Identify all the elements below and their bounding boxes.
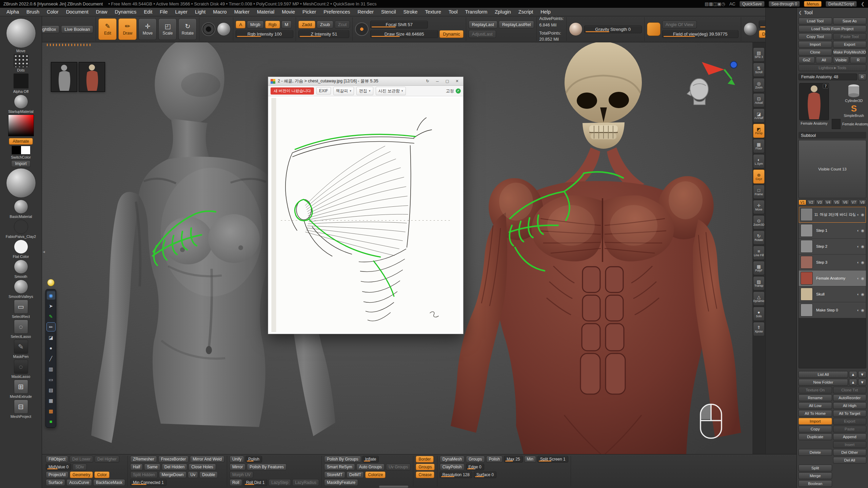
shelf-button[interactable]: StoreMT <box>324 471 345 478</box>
annotator-tool-button[interactable]: ✎ <box>47 312 55 321</box>
quicksave-button[interactable]: QuickSave <box>739 1 765 7</box>
tray-item[interactable]: ✎ MaskPen <box>0 340 42 359</box>
shelf-button[interactable]: Half <box>130 464 143 470</box>
subtool-item[interactable]: Female Anatomy ◐ ◉ <box>799 270 866 286</box>
shelf-button[interactable]: Polish <box>245 456 262 463</box>
menu-item[interactable]: Color <box>43 8 62 16</box>
menu-item[interactable]: Stroke <box>400 8 421 16</box>
menu-item[interactable]: File <box>156 8 171 16</box>
tool-r-button[interactable]: R <box>858 74 866 80</box>
menu-item[interactable]: Dynamics <box>111 8 140 16</box>
subtool-action-button[interactable]: Boolean <box>798 480 832 487</box>
shelf-button[interactable]: Roll Dist 1 <box>243 479 268 486</box>
reference-thumbnail-anatomy[interactable] <box>79 62 105 92</box>
subtool-action-button[interactable]: Split <box>798 465 832 471</box>
tray-item[interactable]: ◌ SelectLasso <box>0 320 42 339</box>
menu-item[interactable]: Brush <box>23 8 43 16</box>
columns-icon[interactable]: ◫ <box>713 1 717 6</box>
current-tool-thumbnail[interactable]: 7 Female Anatomy <box>799 83 829 129</box>
subtool-action-button[interactable]: All To Home <box>798 410 832 417</box>
shelf-button[interactable]: Color <box>94 471 110 478</box>
tray-item[interactable]: BasicMaterial <box>0 200 42 219</box>
z-intensity-slider[interactable]: Z Intensity 51 <box>298 30 349 38</box>
shelf-button[interactable]: Mirror And Weld <box>190 456 224 463</box>
view-toggle-button[interactable]: ⊙ Zoom3D <box>753 215 765 229</box>
shelf-button[interactable]: Split Screen 1 <box>537 456 568 463</box>
annotator-tool-button[interactable]: ▦ <box>47 396 55 405</box>
rgb-intensity-slider[interactable]: Rgb Intensity 100 <box>236 30 293 38</box>
transform-mode-button[interactable]: ◰ Scale <box>158 18 177 40</box>
paint-toggle-icon[interactable]: ◐ <box>857 308 860 312</box>
subtool-action-button[interactable]: Del All <box>833 457 867 464</box>
exif-button[interactable]: EXIF <box>316 87 331 95</box>
paint-toggle-icon[interactable]: ◐ <box>857 212 860 217</box>
shelf-button[interactable]: AccuCurve <box>66 479 92 486</box>
subtool-action-button[interactable]: AutoReorder <box>833 394 867 401</box>
shelf-button[interactable]: Polish By Features <box>247 464 287 470</box>
tray-item[interactable]: ◌ MaskLasso <box>0 360 42 379</box>
shelf-button[interactable]: Polish <box>486 456 503 463</box>
shelf-button[interactable]: MergeDown <box>159 471 186 478</box>
paint-toggle-icon[interactable]: ◐ <box>857 228 860 232</box>
m-button[interactable]: M <box>281 21 292 28</box>
tool-action-button[interactable]: Visible <box>833 57 849 63</box>
tool-action-button[interactable]: Make PolyMesh3D <box>833 49 867 56</box>
visible-count-slider[interactable]: Visible Count 13 <box>798 140 866 198</box>
tray-item[interactable]: ⊞ MeshExtrude <box>0 380 42 399</box>
view-toggle-button[interactable]: ● Solo <box>753 307 765 321</box>
shelf-button[interactable]: Double <box>199 471 218 478</box>
shelf-button[interactable]: MidValue 0 <box>46 464 71 470</box>
paint-toggle-icon[interactable]: ◐ <box>857 276 860 280</box>
tray-item[interactable]: Alpha Off <box>0 73 42 94</box>
field-of-view-slider[interactable]: Field of view(deg) 39.59775 <box>662 30 738 38</box>
shelf-button[interactable]: Resolution 128 <box>440 471 472 478</box>
view-toggle-button[interactable]: ▨ Transp <box>753 276 765 290</box>
shelf-button[interactable]: LazyStep <box>269 479 291 486</box>
shelf-button[interactable]: ZRemesher <box>130 456 157 463</box>
subtool-version-tab[interactable]: V1 <box>798 200 806 205</box>
annotator-tool-button[interactable]: ▤ <box>47 386 55 394</box>
tool-action-button[interactable]: Paste Tool <box>833 33 867 40</box>
subtool-version-tab[interactable]: V3 <box>816 200 824 205</box>
shelf-button[interactable]: Inflate <box>362 456 379 463</box>
shelf-button[interactable]: ClayPolish <box>440 464 465 470</box>
second-tool-thumbnail[interactable]: Female Anatomy 7 <box>832 119 868 129</box>
annotator-tool-button[interactable]: ▭ <box>47 375 55 384</box>
menu-item[interactable]: Light <box>191 8 209 16</box>
simplebrush-tool[interactable]: S SimpleBrush <box>844 104 864 118</box>
annotator-tool-button[interactable]: ▩ <box>47 407 55 415</box>
subtool-item[interactable]: Step 3 ◐ ◉ <box>799 255 866 270</box>
tool-action-button[interactable]: Load Tool <box>798 18 832 24</box>
subtool-section-header[interactable]: Subtool <box>798 132 866 139</box>
annotator-tool-button[interactable]: ◉ <box>47 291 55 300</box>
shelf-button[interactable]: ProjectAll <box>46 471 68 478</box>
subtool-version-tab[interactable]: V6 <box>841 200 849 205</box>
subtool-action-button[interactable]: Delete <box>798 449 832 456</box>
shelf-button[interactable]: Roll <box>230 479 242 486</box>
bookmark-menu[interactable]: 책갈피▾ <box>333 87 354 95</box>
active-tool-name[interactable]: Female Anatomy. 48 <box>798 74 857 80</box>
subtool-item[interactable]: Make Step 0 ◐ ◉ <box>799 302 866 318</box>
shelf-button[interactable]: Surface 0 <box>474 471 496 478</box>
live-boolean-button[interactable]: Live Boolean <box>61 25 93 33</box>
brush-icon[interactable] <box>202 22 215 36</box>
shelf-button[interactable]: FillObject <box>46 456 68 463</box>
subtool-action-button[interactable]: List All <box>798 371 848 378</box>
persp-icon[interactable] <box>647 22 660 36</box>
viewer-minimize-icon[interactable]: ─ <box>434 78 441 84</box>
tool-action-button[interactable]: Export <box>833 41 867 48</box>
subtool-version-tab[interactable]: V7 <box>850 200 858 205</box>
subtool-action-button[interactable]: Texture On <box>798 387 832 393</box>
subtool-action-button[interactable]: All Low <box>798 402 832 409</box>
tray-item[interactable]: Dots <box>0 54 42 72</box>
tray-item[interactable] <box>0 168 42 199</box>
shelf-button[interactable]: Groups <box>466 456 485 463</box>
menu-item[interactable]: Draw <box>92 8 111 16</box>
viewer-maximize-icon[interactable]: ▢ <box>443 78 451 84</box>
view-toggle-button[interactable]: □ Frame <box>753 185 765 199</box>
zsub-button[interactable]: Zsub <box>317 21 333 28</box>
tray-item[interactable]: FabioPaiva_Clay2 <box>0 220 42 239</box>
subtool-item[interactable]: Step 1 ◐ ◉ <box>799 223 866 239</box>
tool-action-button[interactable]: Save As <box>833 18 867 24</box>
alpha-a-button[interactable]: A <box>236 21 245 28</box>
